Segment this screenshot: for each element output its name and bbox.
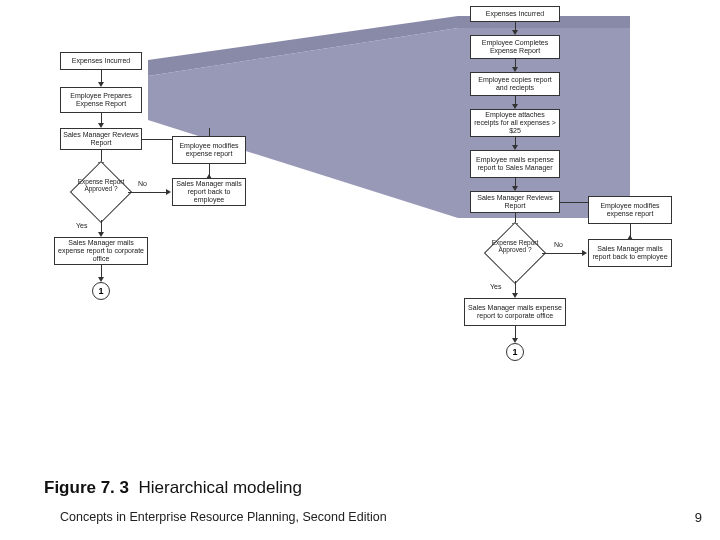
right-connector: 1	[506, 343, 524, 361]
left-connector-num: 1	[98, 286, 103, 296]
left-step3-box: Sales Manager mails expense report to co…	[54, 237, 148, 265]
right-mailback-label: Sales Manager mails report back to emplo…	[591, 245, 669, 261]
left-mailback-box: Sales Manager mails report back to emplo…	[172, 178, 246, 206]
left-step1-label: Employee Prepares Expense Report	[63, 92, 139, 108]
left-connector: 1	[92, 282, 110, 300]
zoom-wedge-svg	[0, 0, 720, 540]
left-step3-label: Sales Manager mails expense report to co…	[57, 239, 145, 263]
figure-title: Hierarchical modeling	[138, 478, 301, 497]
diagram-canvas: Expenses Incurred Employee Prepares Expe…	[0, 0, 720, 540]
right-step4-label: Employee mails expense report to Sales M…	[473, 156, 557, 172]
right-mailback-box: Sales Manager mails report back to emplo…	[588, 239, 672, 267]
right-yes-label: Yes	[490, 283, 501, 290]
footer-book: Concepts in Enterprise Resource Planning…	[60, 510, 387, 524]
figure-caption: Figure 7. 3 Hierarchical modeling	[44, 478, 302, 498]
right-modify-box: Employee modifies expense report	[588, 196, 672, 224]
right-step4-box: Employee mails expense report to Sales M…	[470, 150, 560, 178]
right-step3-box: Employee attaches receipts for all expen…	[470, 109, 560, 137]
figure-number: Figure 7. 3	[44, 478, 129, 497]
left-mailback-label: Sales Manager mails report back to emplo…	[175, 180, 243, 204]
left-decision-label: Expense Report Approved ?	[73, 178, 129, 192]
left-start-label: Expenses Incurred	[72, 57, 130, 65]
left-step2-box: Sales Manager Reviews Report	[60, 128, 142, 150]
left-modify-box: Employee modifies expense report	[172, 136, 246, 164]
right-modify-label: Employee modifies expense report	[591, 202, 669, 218]
right-start-box: Expenses Incurred	[470, 6, 560, 22]
right-step2-box: Employee copies report and reciepts	[470, 72, 560, 96]
right-start-label: Expenses Incurred	[486, 10, 544, 18]
right-step6-label: Sales Manager mails expense report to co…	[467, 304, 563, 320]
right-step1-label: Employee Completes Expense Report	[473, 39, 557, 55]
left-step2-label: Sales Manager Reviews Report	[63, 131, 139, 147]
right-decision-label: Expense Report Approved ?	[487, 239, 543, 253]
right-step5-label: Sales Manager Reviews Report	[473, 194, 557, 210]
left-step1-box: Employee Prepares Expense Report	[60, 87, 142, 113]
right-step5-box: Sales Manager Reviews Report	[470, 191, 560, 213]
right-no-label: No	[554, 241, 563, 248]
right-connector-num: 1	[512, 347, 517, 357]
footer-page: 9	[695, 510, 702, 525]
left-start-box: Expenses Incurred	[60, 52, 142, 70]
right-step3-label: Employee attaches receipts for all expen…	[473, 111, 557, 135]
left-modify-label: Employee modifies expense report	[175, 142, 243, 158]
right-step1-box: Employee Completes Expense Report	[470, 35, 560, 59]
left-yes-label: Yes	[76, 222, 87, 229]
right-step2-label: Employee copies report and reciepts	[473, 76, 557, 92]
left-no-label: No	[138, 180, 147, 187]
right-step6-box: Sales Manager mails expense report to co…	[464, 298, 566, 326]
